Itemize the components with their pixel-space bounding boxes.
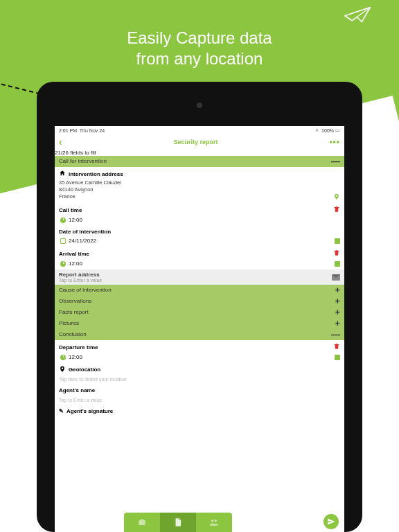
field-date-header: Date of intervention [55, 226, 344, 238]
svg-rect-1 [177, 523, 180, 524]
paper-plane-icon [344, 4, 373, 28]
field-call-time-value[interactable]: 12:00 [55, 217, 344, 226]
more-button[interactable]: ••• [329, 137, 340, 147]
field-departure-header: Departure time [55, 340, 344, 354]
field-geolocation[interactable]: Geolocation [55, 363, 344, 375]
promo-headline: Easily Capture data from any location [0, 28, 399, 69]
page-title: Security report [174, 139, 218, 145]
wifi-icon: ᯤ [315, 128, 320, 133]
status-bar: 2:01 PM Thu Nov 24 ᯤ 100% ▭ [55, 126, 344, 134]
trash-icon[interactable] [333, 343, 340, 351]
expand-icon: + [335, 309, 340, 316]
battery-icon: ▭ [335, 127, 340, 133]
clock-icon [60, 355, 66, 360]
field-agents-signature[interactable]: ✎ Agent's signature [55, 405, 344, 417]
section-facts[interactable]: Facts report+ [55, 307, 344, 318]
field-intervention-address[interactable]: Intervention address 35 Avenue Camille C… [55, 167, 344, 203]
section-pictures[interactable]: Pictures+ [55, 318, 344, 329]
home-icon [59, 170, 66, 178]
svg-rect-0 [177, 522, 180, 522]
field-arrival-value[interactable]: 12:00 [55, 260, 344, 269]
calendar-action-icon[interactable] [335, 261, 340, 267]
field-agents-name[interactable]: Agent's name [55, 384, 344, 396]
clock-icon [60, 261, 66, 267]
trash-icon[interactable] [333, 206, 340, 214]
mail-icon [332, 274, 340, 281]
agents-name-hint: Tap to Enter a value [55, 396, 344, 405]
bottom-bar [55, 513, 344, 532]
section-cause[interactable]: Cause of intervention+ [55, 285, 344, 296]
expand-icon: + [335, 287, 340, 294]
trash-icon[interactable] [333, 249, 340, 258]
expand-icon: + [335, 320, 340, 327]
geolocation-hint: Tap here to detect your location [55, 375, 344, 384]
section-observations[interactable]: Observations+ [55, 296, 344, 307]
back-button[interactable]: ‹ [59, 136, 62, 148]
collapse-icon: — [331, 158, 340, 165]
section-call-for-intervention[interactable]: Call for intervention — [55, 156, 344, 167]
app-screen: 2:01 PM Thu Nov 24 ᯤ 100% ▭ ‹ Security r… [55, 126, 344, 532]
map-pin-icon[interactable] [333, 193, 340, 200]
svg-rect-2 [177, 524, 179, 524]
tablet-frame: 2:01 PM Thu Nov 24 ᯤ 100% ▭ ‹ Security r… [37, 82, 362, 532]
tab-users[interactable] [196, 513, 232, 532]
field-arrival-header: Arrival time [55, 247, 344, 260]
section-conclusion[interactable]: Conclusion— [55, 329, 344, 340]
calendar-action-icon[interactable] [335, 355, 340, 360]
field-call-time-header: Call time [55, 203, 344, 217]
location-pin-icon [59, 366, 66, 373]
field-date-value[interactable]: 24/11/2022 [55, 238, 344, 247]
navbar: ‹ Security report ••• [55, 134, 344, 150]
clock-icon [60, 218, 66, 223]
send-button[interactable] [323, 514, 339, 529]
expand-icon: + [335, 298, 340, 305]
calendar-action-icon[interactable] [335, 238, 340, 244]
progress-subtitle: 21/26 fields to fill [55, 150, 344, 156]
calendar-icon [60, 238, 66, 244]
field-departure-value[interactable]: 12:00 [55, 354, 344, 363]
tab-briefcase[interactable] [124, 513, 160, 532]
tablet-camera [197, 103, 202, 108]
collapse-icon: — [331, 331, 340, 338]
field-report-address[interactable]: Report address Tap to Enter a value [55, 269, 344, 285]
tab-form[interactable] [160, 513, 196, 532]
pen-icon: ✎ [59, 408, 64, 414]
